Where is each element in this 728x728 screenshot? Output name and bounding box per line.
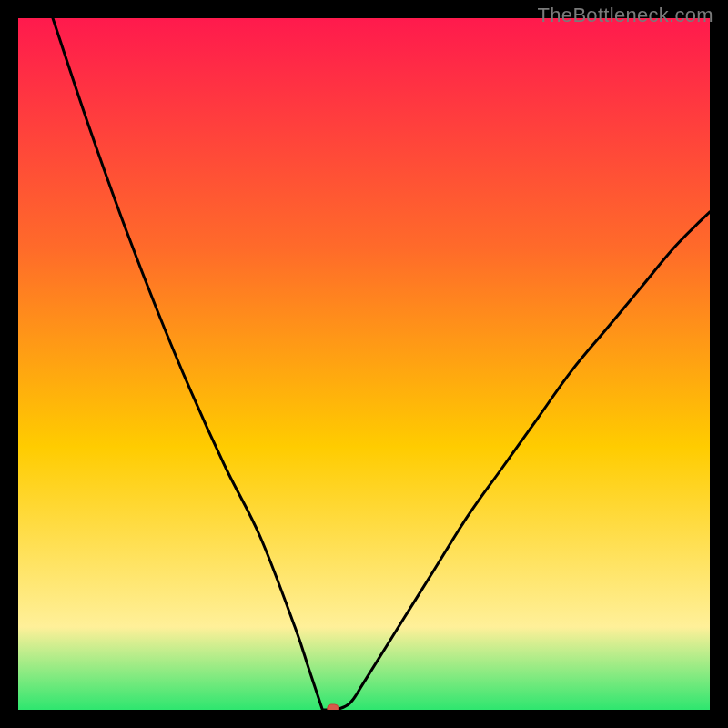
chart-frame: { "watermark": "TheBottleneck.com", "col… bbox=[0, 0, 728, 728]
optimal-marker[interactable] bbox=[328, 704, 339, 710]
bottleneck-chart bbox=[18, 18, 710, 710]
watermark-text: TheBottleneck.com bbox=[538, 4, 713, 27]
gradient-background bbox=[18, 18, 710, 710]
